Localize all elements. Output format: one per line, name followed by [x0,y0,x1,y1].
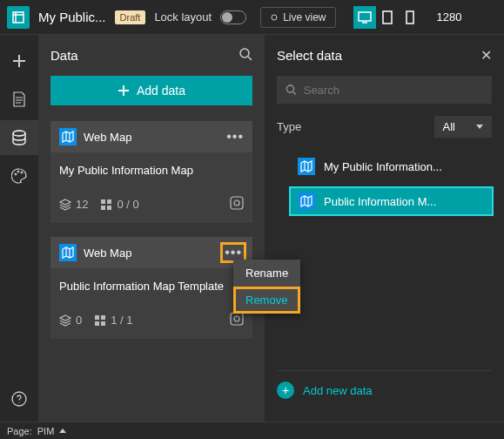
svg-rect-13 [107,206,111,210]
svg-point-7 [21,172,23,173]
card-more-button[interactable]: ••• [226,129,244,145]
draft-badge: Draft [115,10,146,24]
select-panel-title: Select data [277,48,342,63]
svg-point-4 [13,131,25,136]
svg-point-15 [234,200,239,206]
svg-point-5 [15,173,17,175]
card-widgets-count: 1 / 1 [94,314,132,327]
type-dropdown[interactable]: All [434,116,492,138]
result-label: Public Information M... [324,195,436,208]
search-icon [286,84,297,96]
svg-rect-14 [231,197,243,209]
map-icon [59,244,77,261]
svg-rect-2 [383,11,392,24]
app-logo [7,6,30,29]
svg-rect-11 [107,199,111,204]
device-tablet-button[interactable] [376,6,399,29]
data-card[interactable]: Web Map ••• Public Information Map Templ… [50,237,252,339]
zoom-value[interactable]: 1280 [437,10,462,24]
search-input-wrapper[interactable] [277,76,492,104]
layers-icon [59,314,71,327]
svg-point-0 [272,15,277,20]
plus-icon: + [277,382,294,399]
card-title: My Public Information Map [50,152,252,189]
add-new-data-button[interactable]: + Add new data [277,370,492,409]
map-icon [298,192,315,210]
svg-rect-12 [101,206,105,210]
svg-rect-19 [101,321,105,326]
data-card[interactable]: Web Map ••• My Public Information Map 12… [50,121,252,223]
svg-rect-17 [101,315,105,320]
device-phone-button[interactable] [399,6,421,29]
rail-data-button[interactable] [0,120,38,155]
card-preview-button[interactable] [230,312,244,328]
card-more-button[interactable]: ••• [223,245,244,260]
rail-add-button[interactable] [0,44,38,78]
svg-rect-10 [101,199,105,204]
lock-layout-label: Lock layout [154,10,212,24]
svg-point-9 [240,49,249,57]
card-title: Public Information Map Template [50,268,252,305]
card-widgets-count: 0 / 0 [100,198,138,211]
menu-rename[interactable]: Rename [233,260,300,287]
card-type-label: Web Map [84,247,216,260]
footer-page-label: Page: [7,426,32,436]
card-type-label: Web Map [84,131,219,144]
chevron-up-icon[interactable] [59,429,66,433]
card-layers-count: 12 [59,198,88,211]
type-label: Type [277,120,301,133]
chevron-down-icon [476,125,483,129]
footer-page-value[interactable]: PIM [37,426,55,436]
rail-help-button[interactable] [0,382,38,416]
svg-rect-3 [407,11,413,24]
search-input[interactable] [304,84,483,97]
widgets-icon [94,314,106,327]
live-view-label: Live view [283,11,326,24]
map-icon [59,128,77,145]
device-desktop-button[interactable] [353,6,376,29]
widgets-icon [100,199,112,211]
svg-rect-1 [359,12,371,21]
svg-rect-18 [95,321,99,326]
live-view-button[interactable]: Live view [260,7,335,28]
layers-icon [59,199,71,211]
result-item[interactable]: Public Information M... [291,188,492,214]
svg-point-6 [17,171,19,172]
rail-theme-button[interactable] [0,159,38,193]
search-icon[interactable] [239,47,252,64]
result-label: My Public Information... [324,160,442,173]
svg-point-21 [234,316,239,321]
card-context-menu: Rename Remove [233,260,300,314]
data-panel-title: Data [50,48,78,63]
result-item[interactable]: My Public Information... [291,153,492,179]
app-title: My Public... [38,10,106,24]
svg-rect-16 [95,315,99,320]
lock-layout-toggle[interactable] [220,10,246,24]
type-value: All [443,120,455,133]
close-button[interactable]: ✕ [480,47,492,64]
add-data-label: Add data [137,84,185,98]
menu-remove[interactable]: Remove [233,287,300,314]
card-preview-button[interactable] [230,196,244,213]
svg-rect-20 [231,313,243,325]
rail-page-button[interactable] [0,82,38,117]
card-layers-count: 0 [59,314,82,327]
add-data-button[interactable]: Add data [50,76,252,105]
map-icon [298,158,315,175]
svg-point-22 [286,85,293,92]
add-new-label: Add new data [303,384,373,397]
